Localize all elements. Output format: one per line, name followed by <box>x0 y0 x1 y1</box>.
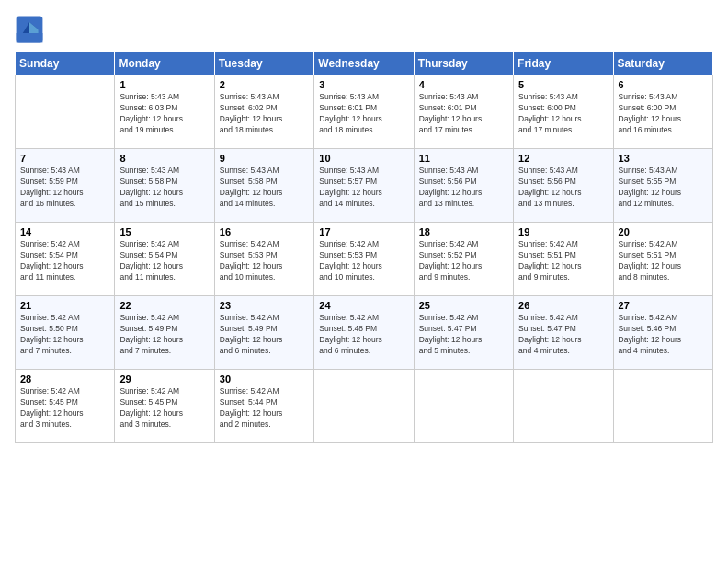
weekday-header-row: SundayMondayTuesdayWednesdayThursdayFrid… <box>16 52 713 75</box>
day-info: Sunrise: 5:43 AM Sunset: 5:55 PM Dayligh… <box>619 166 708 210</box>
calendar-cell: 25Sunrise: 5:42 AM Sunset: 5:47 PM Dayli… <box>414 296 513 370</box>
day-number: 14 <box>20 226 109 237</box>
day-number: 9 <box>220 153 309 164</box>
day-number: 19 <box>518 226 608 237</box>
calendar-cell: 4Sunrise: 5:43 AM Sunset: 6:01 PM Daylig… <box>414 75 513 149</box>
day-number: 29 <box>119 373 209 385</box>
day-info: Sunrise: 5:42 AM Sunset: 5:51 PM Dayligh… <box>518 239 608 283</box>
svg-rect-3 <box>17 33 43 42</box>
day-info: Sunrise: 5:43 AM Sunset: 6:00 PM Dayligh… <box>518 92 608 136</box>
day-info: Sunrise: 5:42 AM Sunset: 5:49 PM Dayligh… <box>119 313 209 357</box>
day-info: Sunrise: 5:42 AM Sunset: 5:54 PM Dayligh… <box>119 239 209 283</box>
day-number: 26 <box>518 300 608 311</box>
calendar-cell: 29Sunrise: 5:42 AM Sunset: 5:45 PM Dayli… <box>115 370 214 443</box>
calendar-cell: 21Sunrise: 5:42 AM Sunset: 5:50 PM Dayli… <box>16 296 115 370</box>
day-info: Sunrise: 5:43 AM Sunset: 5:56 PM Dayligh… <box>518 166 608 210</box>
calendar-cell: 6Sunrise: 5:43 AM Sunset: 6:00 PM Daylig… <box>613 75 712 149</box>
day-info: Sunrise: 5:42 AM Sunset: 5:44 PM Dayligh… <box>220 386 309 431</box>
calendar-cell: 16Sunrise: 5:42 AM Sunset: 5:53 PM Dayli… <box>214 223 313 296</box>
calendar-cell: 20Sunrise: 5:42 AM Sunset: 5:51 PM Dayli… <box>613 223 712 296</box>
day-number: 17 <box>319 226 408 237</box>
day-number: 24 <box>319 300 408 311</box>
calendar-cell <box>514 370 613 443</box>
weekday-header: Tuesday <box>214 52 313 75</box>
calendar-cell: 24Sunrise: 5:42 AM Sunset: 5:48 PM Dayli… <box>314 296 414 370</box>
weekday-header: Wednesday <box>314 52 414 75</box>
calendar-cell: 1Sunrise: 5:43 AM Sunset: 6:03 PM Daylig… <box>115 75 214 149</box>
calendar-week-row: 28Sunrise: 5:42 AM Sunset: 5:45 PM Dayli… <box>16 370 713 443</box>
day-number: 10 <box>319 153 408 164</box>
day-number: 13 <box>619 153 708 164</box>
day-number: 18 <box>419 226 508 237</box>
calendar-cell <box>414 370 513 443</box>
day-number: 12 <box>518 153 608 164</box>
calendar-cell: 28Sunrise: 5:42 AM Sunset: 5:45 PM Dayli… <box>16 370 115 443</box>
calendar-cell: 17Sunrise: 5:42 AM Sunset: 5:53 PM Dayli… <box>314 223 414 296</box>
calendar-cell: 15Sunrise: 5:42 AM Sunset: 5:54 PM Dayli… <box>115 223 214 296</box>
weekday-header: Thursday <box>414 52 513 75</box>
day-number: 20 <box>619 226 708 237</box>
calendar-cell <box>314 370 414 443</box>
day-number: 4 <box>419 79 508 90</box>
calendar-cell: 2Sunrise: 5:43 AM Sunset: 6:02 PM Daylig… <box>214 75 313 149</box>
day-info: Sunrise: 5:42 AM Sunset: 5:45 PM Dayligh… <box>20 386 109 431</box>
day-number: 21 <box>20 300 109 311</box>
calendar-week-row: 1Sunrise: 5:43 AM Sunset: 6:03 PM Daylig… <box>16 75 713 149</box>
calendar-cell: 12Sunrise: 5:43 AM Sunset: 5:56 PM Dayli… <box>514 149 613 223</box>
day-number: 22 <box>119 300 209 311</box>
day-number: 3 <box>319 79 408 90</box>
day-info: Sunrise: 5:42 AM Sunset: 5:47 PM Dayligh… <box>518 313 608 357</box>
calendar-cell: 7Sunrise: 5:43 AM Sunset: 5:59 PM Daylig… <box>16 149 115 223</box>
calendar-cell: 3Sunrise: 5:43 AM Sunset: 6:01 PM Daylig… <box>314 75 414 149</box>
day-number: 16 <box>220 226 309 237</box>
day-info: Sunrise: 5:43 AM Sunset: 6:02 PM Dayligh… <box>220 92 309 136</box>
calendar-cell: 26Sunrise: 5:42 AM Sunset: 5:47 PM Dayli… <box>514 296 613 370</box>
calendar-week-row: 14Sunrise: 5:42 AM Sunset: 5:54 PM Dayli… <box>16 223 713 296</box>
calendar-cell: 13Sunrise: 5:43 AM Sunset: 5:55 PM Dayli… <box>613 149 712 223</box>
calendar-cell: 19Sunrise: 5:42 AM Sunset: 5:51 PM Dayli… <box>514 223 613 296</box>
day-number: 11 <box>419 153 508 164</box>
day-info: Sunrise: 5:43 AM Sunset: 5:59 PM Dayligh… <box>20 166 109 210</box>
calendar-cell: 30Sunrise: 5:42 AM Sunset: 5:44 PM Dayli… <box>214 370 313 443</box>
calendar-cell <box>16 75 115 149</box>
calendar-cell: 18Sunrise: 5:42 AM Sunset: 5:52 PM Dayli… <box>414 223 513 296</box>
day-info: Sunrise: 5:42 AM Sunset: 5:47 PM Dayligh… <box>419 313 508 357</box>
day-info: Sunrise: 5:43 AM Sunset: 6:00 PM Dayligh… <box>619 92 708 136</box>
day-number: 25 <box>419 300 508 311</box>
day-info: Sunrise: 5:42 AM Sunset: 5:48 PM Dayligh… <box>319 313 408 357</box>
day-number: 28 <box>20 373 109 385</box>
day-number: 8 <box>119 153 209 164</box>
day-info: Sunrise: 5:42 AM Sunset: 5:49 PM Dayligh… <box>220 313 309 357</box>
calendar-cell: 23Sunrise: 5:42 AM Sunset: 5:49 PM Dayli… <box>214 296 313 370</box>
day-info: Sunrise: 5:43 AM Sunset: 5:58 PM Dayligh… <box>220 166 309 210</box>
calendar-cell: 8Sunrise: 5:43 AM Sunset: 5:58 PM Daylig… <box>115 149 214 223</box>
day-info: Sunrise: 5:43 AM Sunset: 5:57 PM Dayligh… <box>319 166 408 210</box>
calendar-cell <box>613 370 712 443</box>
day-info: Sunrise: 5:42 AM Sunset: 5:53 PM Dayligh… <box>220 239 309 283</box>
day-info: Sunrise: 5:42 AM Sunset: 5:46 PM Dayligh… <box>619 313 708 357</box>
calendar-table: SundayMondayTuesdayWednesdayThursdayFrid… <box>15 52 713 443</box>
weekday-header: Friday <box>514 52 613 75</box>
day-info: Sunrise: 5:42 AM Sunset: 5:45 PM Dayligh… <box>119 386 209 431</box>
calendar-cell: 5Sunrise: 5:43 AM Sunset: 6:00 PM Daylig… <box>514 75 613 149</box>
day-number: 1 <box>119 79 209 90</box>
day-number: 15 <box>119 226 209 237</box>
calendar-cell: 27Sunrise: 5:42 AM Sunset: 5:46 PM Dayli… <box>613 296 712 370</box>
weekday-header: Sunday <box>16 52 115 75</box>
day-info: Sunrise: 5:42 AM Sunset: 5:52 PM Dayligh… <box>419 239 508 283</box>
calendar-cell: 9Sunrise: 5:43 AM Sunset: 5:58 PM Daylig… <box>214 149 313 223</box>
day-number: 5 <box>518 79 608 90</box>
weekday-header: Saturday <box>613 52 712 75</box>
day-info: Sunrise: 5:43 AM Sunset: 5:58 PM Dayligh… <box>119 166 209 210</box>
day-number: 30 <box>220 373 309 385</box>
day-info: Sunrise: 5:43 AM Sunset: 6:01 PM Dayligh… <box>419 92 508 136</box>
day-number: 23 <box>220 300 309 311</box>
calendar-week-row: 7Sunrise: 5:43 AM Sunset: 5:59 PM Daylig… <box>16 149 713 223</box>
page-header <box>15 15 713 44</box>
day-info: Sunrise: 5:42 AM Sunset: 5:53 PM Dayligh… <box>319 239 408 283</box>
logo-icon <box>15 15 44 44</box>
day-info: Sunrise: 5:42 AM Sunset: 5:54 PM Dayligh… <box>20 239 109 283</box>
day-info: Sunrise: 5:42 AM Sunset: 5:51 PM Dayligh… <box>619 239 708 283</box>
day-info: Sunrise: 5:43 AM Sunset: 6:03 PM Dayligh… <box>119 92 209 136</box>
calendar-week-row: 21Sunrise: 5:42 AM Sunset: 5:50 PM Dayli… <box>16 296 713 370</box>
